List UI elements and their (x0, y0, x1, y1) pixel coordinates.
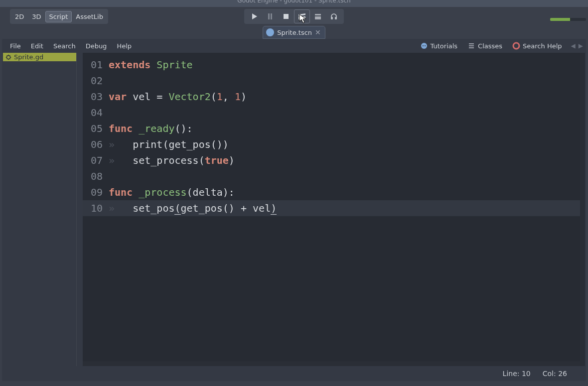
line-number: 10 (83, 200, 109, 216)
search-help-button[interactable]: Search Help (507, 40, 567, 52)
tutorials-button[interactable]: Tutorials (415, 40, 463, 52)
menu-debug[interactable]: Debug (81, 40, 112, 52)
classes-button[interactable]: Classes (462, 40, 507, 52)
stop-icon (282, 12, 290, 20)
editor-body: Sprite.gd 01extends Sprite0203var vel = … (3, 53, 585, 366)
window-titlebar: Godot Engine - godot101 - Sprite.tscn (0, 0, 588, 7)
scene-tab-sprite[interactable]: Sprite.tscn ✕ (263, 26, 325, 39)
line-number: 09 (83, 184, 109, 200)
line-number: 01 (83, 57, 109, 73)
svg-point-1 (421, 43, 427, 49)
nav-forward-button[interactable]: ▶ (579, 42, 583, 49)
line-number: 06 (83, 136, 109, 152)
code-content: extends Sprite (109, 57, 193, 73)
script-list-item[interactable]: Sprite.gd (3, 53, 76, 61)
code-content: func _process(delta): (109, 184, 235, 200)
status-col: Col: 26 (543, 370, 567, 378)
scene-tab-label: Sprite.tscn (277, 29, 312, 36)
nav-arrows: ◀ ▶ (571, 42, 583, 49)
code-line[interactable]: 02 (83, 73, 585, 89)
code-content: var vel = Vector2(1, 1) (109, 89, 247, 105)
lifebuoy-icon (512, 42, 520, 50)
list-icon (467, 42, 475, 50)
script-menubar: File Edit Search Debug Help Tutorials Cl… (2, 39, 586, 53)
svg-point-3 (425, 45, 426, 46)
menu-edit[interactable]: Edit (26, 40, 48, 52)
code-line[interactable]: 03var vel = Vector2(1, 1) (83, 89, 585, 105)
code-content: » print(get_pos()) (109, 136, 229, 152)
vertical-scrollbar[interactable] (580, 53, 585, 366)
script-item-label: Sprite.gd (14, 53, 43, 61)
top-toolbar: 2D 3D Script AssetLib (0, 7, 588, 26)
view-assetlib-tab[interactable]: AssetLib (72, 11, 107, 22)
script-list-panel: Sprite.gd (3, 53, 77, 366)
code-editor[interactable]: 01extends Sprite0203var vel = Vector2(1,… (83, 53, 585, 366)
play-custom-scene-button[interactable] (310, 9, 326, 23)
play-scene-button[interactable] (294, 9, 310, 23)
svg-point-4 (513, 43, 519, 49)
line-number: 04 (83, 105, 109, 121)
view-script-tab[interactable]: Script (45, 11, 72, 22)
menu-file[interactable]: File (5, 40, 26, 52)
clapboard-icon (298, 12, 306, 20)
code-line[interactable]: 08 (83, 168, 585, 184)
audio-meter[interactable] (550, 18, 586, 21)
code-line[interactable]: 06» print(get_pos()) (83, 136, 585, 152)
stop-button[interactable] (278, 9, 294, 23)
play-button[interactable] (246, 9, 262, 23)
code-line[interactable]: 05func _ready(): (83, 121, 585, 136)
svg-rect-0 (284, 14, 289, 19)
code-line[interactable]: 07» set_process(true) (83, 152, 585, 168)
line-number: 02 (83, 73, 109, 89)
code-line[interactable]: 09func _process(delta): (83, 184, 585, 200)
code-line[interactable]: 01extends Sprite (83, 57, 585, 73)
pause-icon (266, 12, 274, 20)
scene-tabs-row: Sprite.tscn ✕ (0, 26, 588, 39)
line-number: 07 (83, 152, 109, 168)
line-number: 08 (83, 168, 109, 184)
status-line: Line: 10 (503, 370, 531, 378)
play-icon (250, 12, 258, 20)
menu-help[interactable]: Help (112, 40, 137, 52)
line-number: 03 (83, 89, 109, 105)
window-title: Godot Engine - godot101 - Sprite.tscn (237, 0, 350, 4)
status-bar: Line: 10 Col: 26 (3, 367, 585, 380)
playback-controls (244, 9, 344, 24)
headphones-icon (330, 12, 338, 20)
line-number: 05 (83, 121, 109, 136)
menu-search[interactable]: Search (48, 40, 81, 52)
view-switcher: 2D 3D Script AssetLib (10, 9, 108, 24)
view-3d-tab[interactable]: 3D (28, 11, 45, 22)
horizontal-scrollbar[interactable] (83, 361, 580, 366)
code-line[interactable]: 04 (83, 105, 585, 121)
svg-point-2 (423, 45, 424, 46)
gear-icon (5, 54, 12, 61)
code-content: func _ready(): (109, 121, 193, 136)
godot-face-icon (266, 28, 274, 36)
view-2d-tab[interactable]: 2D (11, 11, 28, 22)
nav-back-button[interactable]: ◀ (571, 42, 576, 49)
code-content: » set_process(true) (109, 152, 235, 168)
debug-options-button[interactable] (326, 9, 342, 23)
script-editor: File Edit Search Debug Help Tutorials Cl… (2, 39, 586, 381)
pause-button[interactable] (262, 9, 278, 23)
robot-icon (420, 42, 428, 50)
close-icon[interactable]: ✕ (315, 28, 321, 36)
code-content: » set_pos(get_pos() + vel) (109, 200, 277, 216)
clapboard-alt-icon (314, 12, 322, 20)
code-line[interactable]: 10» set_pos(get_pos() + vel) (83, 200, 585, 216)
